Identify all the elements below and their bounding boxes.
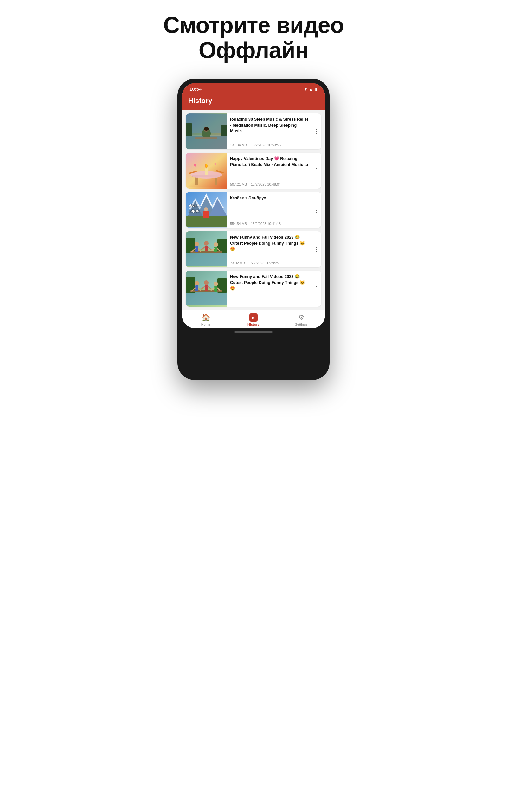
svg-rect-44: [205, 246, 208, 251]
nav-home-label: Home: [201, 322, 210, 326]
video-card-5[interactable]: New Funny and Fail Videos 2023 😂 Cutest …: [186, 270, 321, 307]
svg-rect-62: [205, 285, 208, 291]
video-info-2: Happy Valentines Day 💗 Relaxing Piano Lo…: [227, 153, 312, 189]
video-info-3: Казбек + Эльбрус 554.54 MB 15/2/2023 10:…: [227, 192, 312, 228]
thumbnail-5: [186, 270, 227, 307]
headline-line1: Смотрите видео: [163, 12, 344, 38]
video-info-4: New Funny and Fail Videos 2023 😂 Cutest …: [227, 231, 312, 267]
svg-rect-4: [186, 123, 192, 136]
svg-point-43: [204, 241, 209, 246]
nav-settings-label: Settings: [295, 322, 308, 326]
svg-rect-5: [221, 125, 227, 136]
thumbnail-2: ♥ ♥: [186, 153, 227, 189]
svg-point-47: [214, 242, 218, 247]
video-meta-1: 131.34 MB 15/2/2023 10:53:56: [230, 143, 309, 147]
video-card-4[interactable]: New Funny and Fail Videos 2023 😂 Cutest …: [186, 231, 321, 267]
nav-history-label: History: [247, 322, 260, 326]
svg-rect-66: [214, 286, 217, 292]
settings-icon: ⚙: [298, 313, 304, 322]
svg-point-32: [204, 207, 208, 211]
svg-point-65: [214, 282, 218, 286]
video-title-1: Relaxing 30 Sleep Music & Stress Relief …: [230, 116, 309, 141]
video-meta-2: 507.21 MB 15/2/2023 10:48:04: [230, 183, 309, 186]
history-icon: ▶: [249, 313, 258, 322]
phone-shell: 10:54 ▾ ▲ ▮ History: [177, 79, 330, 380]
bottom-nav: 🏠 Home ▶ History ⚙ Settings: [182, 310, 325, 328]
thumbnail-3: збек +ьбрус: [186, 192, 227, 228]
status-time: 10:54: [189, 86, 202, 92]
video-card-3[interactable]: збек +ьбрус Казбек + Эльбрус 554.54 MB 1…: [186, 192, 321, 228]
nav-history[interactable]: ▶ History: [241, 313, 266, 326]
svg-text:♥: ♥: [193, 162, 197, 168]
svg-rect-9: [195, 137, 217, 139]
mountain-overlay-text: збек +ьбрус: [188, 203, 200, 214]
svg-point-39: [194, 242, 199, 246]
svg-rect-13: [215, 177, 217, 185]
video-title-4: New Funny and Fail Videos 2023 😂 Cutest …: [230, 235, 309, 259]
thumbnail-1: [186, 113, 227, 149]
video-title-3: Казбек + Эльбрус: [230, 195, 309, 220]
video-card-2[interactable]: ♥ ♥ Happy Valentines Day 💗 Relaxing Pian…: [186, 153, 321, 189]
video-card-1[interactable]: Relaxing 30 Sleep Music & Stress Relief …: [186, 113, 321, 149]
video-info-5: New Funny and Fail Videos 2023 😂 Cutest …: [227, 270, 312, 307]
app-bar-title: History: [188, 97, 212, 105]
content-area: Relaxing 30 Sleep Music & Stress Relief …: [182, 110, 325, 310]
video-info-1: Relaxing 30 Sleep Music & Stress Relief …: [227, 113, 312, 149]
nav-home[interactable]: 🏠 Home: [193, 313, 218, 326]
status-bar: 10:54 ▾ ▲ ▮: [182, 83, 325, 94]
video-menu-3[interactable]: ⋮: [312, 192, 321, 228]
svg-rect-40: [195, 246, 199, 252]
svg-rect-31: [203, 211, 209, 218]
video-menu-5[interactable]: ⋮: [312, 270, 321, 307]
video-meta-4: 73.02 MB 15/2/2023 10:39:25: [230, 261, 309, 265]
phone-screen: 10:54 ▾ ▲ ▮ History: [182, 83, 325, 328]
svg-rect-35: [186, 252, 227, 266]
headline-line2: Оффлайн: [199, 38, 308, 63]
video-menu-4[interactable]: ⋮: [312, 231, 321, 267]
status-icons: ▾ ▲ ▮: [304, 87, 318, 92]
svg-point-8: [204, 127, 209, 131]
video-menu-1[interactable]: ⋮: [312, 113, 321, 149]
svg-point-61: [204, 281, 209, 285]
signal-icon: ▲: [308, 87, 313, 92]
nav-settings[interactable]: ⚙ Settings: [289, 313, 314, 326]
home-indicator: [234, 332, 273, 333]
svg-rect-48: [214, 247, 217, 252]
wifi-icon: ▾: [304, 87, 307, 92]
video-title-2: Happy Valentines Day 💗 Relaxing Piano Lo…: [230, 156, 309, 181]
video-meta-3: 554.54 MB 15/2/2023 10:41:18: [230, 222, 309, 225]
svg-rect-58: [195, 286, 199, 291]
app-bar: History: [182, 94, 325, 110]
svg-rect-12: [195, 177, 198, 185]
svg-rect-53: [186, 291, 227, 305]
battery-icon: ▮: [315, 87, 318, 92]
home-icon: 🏠: [202, 313, 210, 322]
headline: Смотрите видео Оффлайн: [163, 13, 344, 63]
svg-point-57: [194, 281, 199, 286]
svg-point-18: [206, 164, 207, 167]
svg-rect-15: [205, 168, 208, 175]
video-menu-2[interactable]: ⋮: [312, 153, 321, 189]
thumbnail-4: [186, 231, 227, 267]
video-title-5: New Funny and Fail Videos 2023 😂 Cutest …: [230, 274, 309, 302]
svg-text:♥: ♥: [214, 162, 216, 166]
